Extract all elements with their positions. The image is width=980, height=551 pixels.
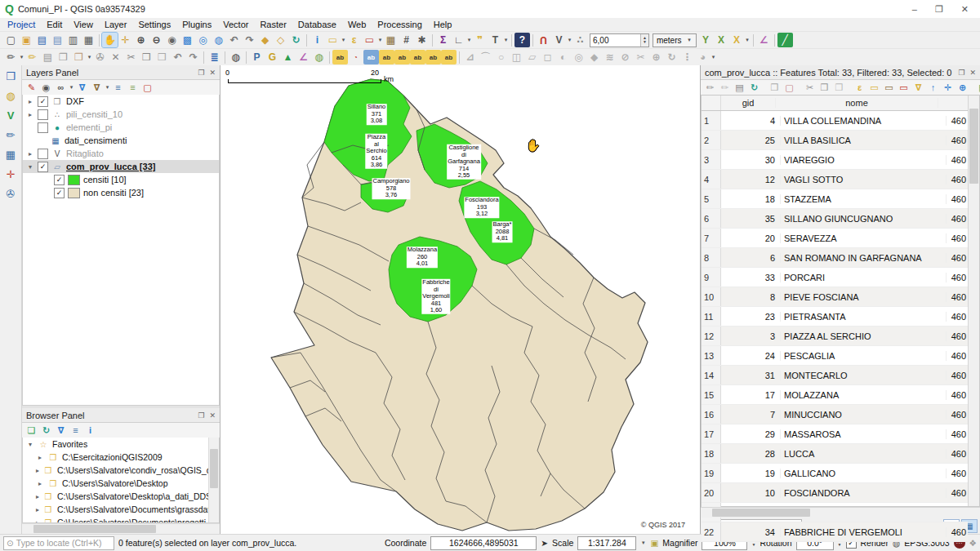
select-all-icon[interactable]: ▭ — [867, 81, 881, 94]
zoom-out-icon[interactable]: ⊖ — [149, 33, 164, 47]
save-project-icon[interactable]: ▤ — [34, 33, 50, 47]
globe-plugin-icon[interactable]: ◍ — [311, 50, 327, 64]
reshape-icon[interactable]: ≋ — [602, 50, 617, 64]
collapse-all-icon[interactable]: ≡ — [69, 424, 82, 437]
reload-table-icon[interactable]: ↻ — [747, 81, 761, 94]
menu-edit[interactable]: Edit — [41, 19, 68, 30]
remove-layer-icon[interactable]: ▢ — [140, 81, 154, 94]
add-selected-layers-icon[interactable]: ❏ — [24, 424, 38, 437]
save-project-as-icon[interactable]: ▤ — [50, 33, 65, 47]
table-row[interactable]: 2234FABBRICHE DI VERGEMOLI460 — [702, 522, 968, 542]
float-panel-icon[interactable]: ❐ — [198, 69, 204, 77]
table-row[interactable]: 1729MASSAROSA460 — [702, 424, 968, 444]
topological-editing-icon[interactable]: Y — [698, 33, 714, 47]
table-row[interactable]: 123PIAZZA AL SERCHIO460 — [702, 327, 968, 346]
table-row[interactable]: 720SERAVEZZA460 — [702, 229, 968, 248]
table-row[interactable]: 1431MONTECARLO460 — [702, 366, 968, 385]
table-row[interactable]: 2010FOSCIANDORA460 — [702, 483, 968, 503]
layer-checkbox[interactable]: ✓ — [54, 188, 65, 198]
regular-polygon-icon[interactable]: ◻ — [540, 50, 555, 64]
layer-item-com_prov_lucca[interactable]: ▾✓▱com_prov_lucca [33] — [23, 160, 219, 173]
profile-tool-icon[interactable]: ∠ — [296, 50, 311, 64]
layer-checkbox[interactable]: ✓ — [38, 162, 48, 172]
new-print-layout-icon[interactable]: ▥ — [65, 33, 81, 47]
table-row[interactable]: 108PIEVE FOSCIANA460 — [702, 287, 968, 307]
expander-icon[interactable]: ▾ — [26, 163, 34, 171]
toggle-editing-icon[interactable]: ✏ — [703, 81, 717, 94]
paste-icon[interactable]: ❒ — [832, 81, 846, 94]
new-field-icon[interactable]: ▦ — [976, 81, 980, 94]
snap-type-dropdown[interactable]: ▾ — [567, 37, 572, 43]
table-row[interactable]: 86SAN ROMANO IN GARFAGNANA460 — [702, 248, 968, 268]
python-console-icon[interactable]: P — [249, 50, 265, 64]
layer-checkbox[interactable] — [38, 122, 48, 133]
georeferencer-icon[interactable]: ✛ — [3, 167, 19, 181]
snap-units-select[interactable]: meters▾ — [653, 33, 697, 47]
open-project-icon[interactable]: ▣ — [19, 33, 34, 47]
text-annotation-icon[interactable]: T — [488, 33, 503, 47]
elevation-profile-icon[interactable]: ∠ — [756, 33, 772, 47]
new-project-icon[interactable]: ▢ — [3, 33, 19, 47]
layer-item-dati_censimenti[interactable]: ▦dati_censimenti — [23, 134, 219, 147]
pin-labels-icon[interactable]: ab — [379, 50, 394, 64]
save-layer-edits-icon[interactable]: ▤ — [40, 50, 56, 64]
deselect-features-icon[interactable]: ▭ — [362, 33, 377, 47]
map-canvas[interactable]: Sillano3713,08PiazzaalSerchio6143,86Cast… — [220, 65, 700, 534]
add-memory-layer-icon[interactable]: ▦ — [3, 147, 19, 162]
menu-database[interactable]: Database — [292, 19, 342, 30]
zoom-in-icon[interactable]: ⊕ — [133, 33, 149, 47]
add-part-icon[interactable]: ◆ — [586, 50, 602, 64]
menu-plugins[interactable]: Plugins — [176, 19, 217, 30]
menu-view[interactable]: View — [68, 19, 99, 30]
attribute-table-hscrollbar[interactable] — [701, 507, 980, 518]
menu-raster[interactable]: Raster — [254, 19, 292, 30]
copy-style-icon[interactable]: ❐ — [56, 50, 71, 64]
snap-type-icon[interactable]: V — [551, 33, 567, 47]
table-row[interactable]: 518STAZZEMA460 — [702, 189, 968, 209]
ellipse-tool-icon[interactable]: ◫ — [509, 50, 524, 64]
rectangle-tool-icon[interactable]: ▱ — [524, 50, 540, 64]
menu-layer[interactable]: Layer — [99, 19, 133, 30]
snap-mode-icon[interactable]: ∴ — [572, 33, 588, 47]
manage-layers-icon[interactable]: ❒ — [3, 69, 19, 83]
table-row[interactable]: 635SILLANO GIUNCUGNANO460 — [702, 209, 968, 229]
select-by-expression-icon[interactable]: ε — [346, 33, 362, 47]
tracing-dropdown[interactable]: ▾ — [745, 37, 751, 43]
float-panel-icon[interactable]: ❐ — [958, 69, 964, 77]
browser-vscrollbar[interactable] — [208, 438, 219, 522]
zoom-next-icon[interactable]: ↷ — [242, 33, 257, 47]
lock-scale-icon[interactable]: ▣ — [650, 538, 658, 548]
options-icon[interactable]: ✱ — [414, 33, 430, 47]
table-row[interactable]: 1517MOLAZZANA460 — [702, 385, 968, 405]
paste-features-icon[interactable]: ❒ — [154, 50, 170, 64]
current-edits-dropdown[interactable]: ▾ — [19, 54, 24, 60]
vertex-tool-icon[interactable]: ✇ — [92, 50, 108, 64]
table-row[interactable]: 330VIAREGGIO460 — [702, 150, 968, 170]
paste-style-dropdown[interactable]: ▾ — [87, 54, 92, 60]
toggle-editing-icon[interactable]: ✏ — [24, 50, 40, 64]
menu-help[interactable]: Help — [428, 19, 458, 30]
cut-features-icon[interactable]: ✂ — [123, 50, 139, 64]
layer-labeling-icon[interactable]: ab — [332, 50, 348, 64]
measure-dropdown[interactable]: ▾ — [466, 37, 472, 43]
offset-curve-icon[interactable]: ⊘ — [617, 50, 633, 64]
close-panel-icon[interactable]: ✕ — [209, 411, 216, 420]
text-annotation-dropdown[interactable]: ▾ — [503, 37, 509, 43]
cut-icon[interactable]: ✂ — [803, 81, 817, 94]
attribute-table-vscrollbar[interactable] — [968, 96, 979, 506]
layer-item-elementi_pi[interactable]: ●elementi_pi — [23, 121, 219, 134]
copy-features-icon[interactable]: ❒ — [139, 50, 154, 64]
grass-region-icon[interactable]: G — [265, 50, 280, 64]
plugin-status-icon[interactable]: ❖ — [969, 538, 977, 548]
minimize-button[interactable]: – — [912, 4, 917, 15]
browser-favorites[interactable]: ▾☆Favorites — [23, 438, 219, 451]
topology-checker-icon[interactable]: ✇ — [3, 186, 19, 201]
metasearch-icon[interactable]: ? — [514, 33, 530, 47]
zoom-to-selection-icon[interactable]: ⊕ — [956, 81, 969, 94]
expander-icon[interactable]: ▸ — [26, 98, 34, 105]
deselect-features-dropdown[interactable]: ▾ — [377, 37, 383, 43]
browser-folder-item[interactable]: ▸❒C:\Users\Salvatore\Documents\grassdata… — [23, 503, 219, 516]
expander-icon[interactable]: ▸ — [26, 111, 34, 118]
map-tips-icon[interactable]: ❞ — [472, 33, 488, 47]
refresh-map-icon[interactable]: ↻ — [288, 33, 304, 47]
